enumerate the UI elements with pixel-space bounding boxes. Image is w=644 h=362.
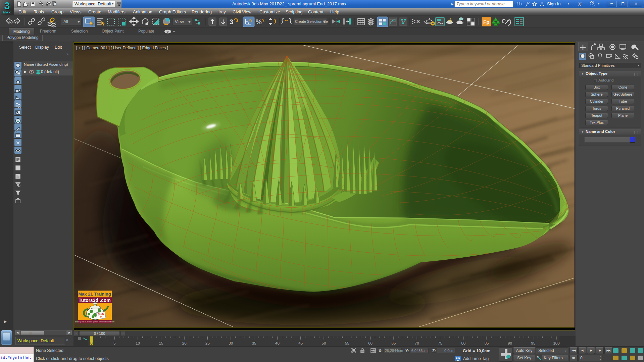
svg-text:70: 70: [415, 341, 419, 345]
svg-text:50: 50: [322, 341, 326, 345]
svg-text:60: 60: [368, 341, 373, 345]
svg-text:21: 21: [100, 316, 103, 319]
svg-text:All: All: [63, 19, 68, 24]
svg-text:5: 5: [113, 341, 115, 345]
svg-text:85: 85: [485, 341, 489, 345]
svg-text:%: %: [256, 18, 262, 25]
svg-text:65: 65: [392, 341, 396, 345]
svg-text:45: 45: [298, 341, 303, 345]
svg-text:10: 10: [136, 341, 140, 345]
svg-text:80: 80: [461, 341, 465, 345]
svg-text:30: 30: [229, 341, 233, 345]
svg-text:15: 15: [159, 341, 163, 345]
svg-text:Mak 21 Training: Mak 21 Training: [78, 292, 111, 297]
svg-text:create by mak 21 certified ope: create by mak 21 certified operator 3dsm…: [75, 321, 114, 323]
svg-text:View: View: [175, 19, 184, 24]
svg-text:Fp: Fp: [483, 19, 489, 25]
svg-text:0: 0: [90, 341, 92, 345]
svg-text:Create Selection Se: Create Selection Se: [295, 19, 328, 23]
svg-text:35: 35: [252, 341, 256, 345]
svg-text:90: 90: [508, 341, 512, 345]
svg-text:75: 75: [438, 341, 442, 345]
svg-text:100: 100: [553, 341, 559, 345]
svg-text:20: 20: [182, 341, 187, 345]
svg-text:40: 40: [275, 341, 280, 345]
svg-text:95: 95: [531, 341, 535, 345]
svg-text:25: 25: [205, 341, 210, 345]
svg-text:55: 55: [345, 341, 349, 345]
svg-text:3: 3: [230, 18, 233, 25]
